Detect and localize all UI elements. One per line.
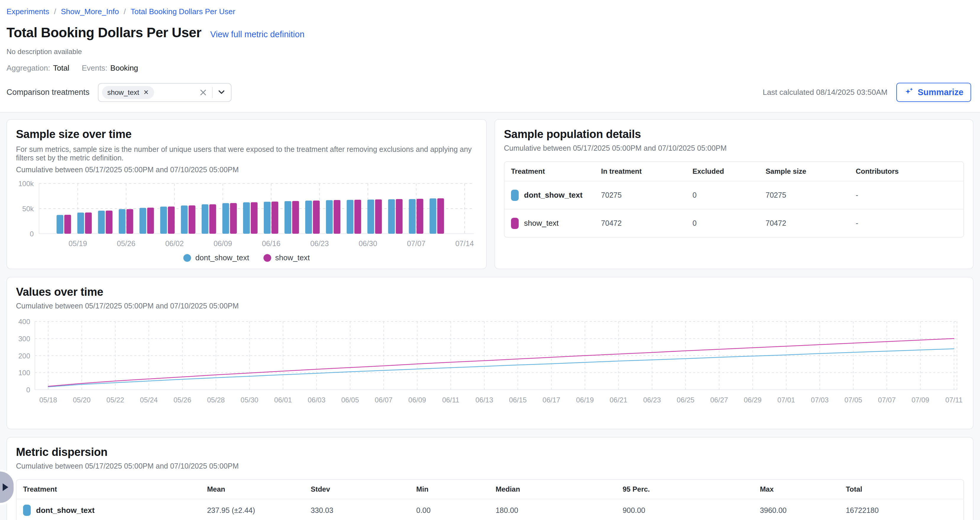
table-header-row: Treatment In treatment Excluded Sample s… [504,162,963,181]
breadcrumb-experiment-name[interactable]: Show_More_Info [61,7,119,16]
table-row: dont_show_text 70275 0 70275 - [504,181,963,209]
sample-size-card: Sample size over time For sum metrics, s… [6,119,487,269]
svg-text:06/17: 06/17 [542,396,560,404]
sample-size-description: For sum metrics, sample size is the numb… [16,145,477,162]
treatment-name: dont_show_text [36,506,95,515]
metric-description: No description available [6,48,971,56]
svg-text:06/11: 06/11 [442,396,459,404]
treatment-color-swatch [511,190,519,201]
select-divider [212,87,213,98]
svg-text:05/28: 05/28 [207,396,225,404]
cell-stdev: 330.03 [311,506,416,515]
svg-text:0: 0 [30,230,34,238]
table-row: dont_show_text 237.95 (±2.44) 330.03 0.0… [17,499,963,520]
cell-contributors: - [856,219,957,227]
svg-text:400: 400 [18,318,30,326]
last-calculated-text: Last calculated 08/14/2025 03:50AM [763,88,888,97]
cell-excluded: 0 [692,219,765,227]
cell-95perc: 900.00 [622,506,760,515]
sample-size-legend: dont_show_text show_text [16,253,477,262]
sparkles-icon [904,86,914,98]
legend-label: show_text [275,253,310,262]
summarize-button[interactable]: Summarize [896,83,971,102]
svg-text:07/11: 07/11 [945,396,963,404]
svg-text:05/20: 05/20 [73,396,91,404]
svg-text:06/19: 06/19 [576,396,594,404]
svg-text:06/30: 06/30 [359,239,377,247]
svg-text:06/02: 06/02 [165,239,184,247]
metric-dispersion-card: Metric dispersion Cumulative between 05/… [6,437,974,520]
comparison-treatments-label: Comparison treatments [6,88,90,97]
svg-text:06/23: 06/23 [310,239,329,247]
treatment-chip-label: show_text [107,88,139,97]
column-header: 95 Perc. [622,485,760,493]
sample-population-table: Treatment In treatment Excluded Sample s… [504,161,964,238]
view-metric-definition-link[interactable]: View full metric definition [210,30,305,39]
cell-sample-size: 70275 [765,191,856,200]
column-header: Sample size [765,167,856,176]
svg-text:05/26: 05/26 [173,396,191,404]
cell-min: 0.00 [416,506,496,515]
svg-text:05/24: 05/24 [140,396,158,404]
svg-text:50k: 50k [22,205,34,213]
svg-text:07/05: 07/05 [845,396,862,404]
sample-population-subtitle: Cumulative between 05/17/2025 05:00PM an… [504,144,964,152]
cell-max: 3960.00 [760,506,846,515]
treatment-color-swatch [23,505,31,516]
column-header: Treatment [23,485,207,493]
sample-population-title: Sample population details [504,128,964,141]
svg-text:05/22: 05/22 [107,396,124,404]
legend-item-dont-show-text[interactable]: dont_show_text [183,253,249,262]
svg-text:07/03: 07/03 [811,396,829,404]
treatment-color-swatch [511,218,519,229]
cell-contributors: - [856,191,957,200]
column-header: Total [846,485,957,493]
svg-text:07/09: 07/09 [912,396,929,404]
breadcrumb-separator: / [124,7,126,16]
treatment-name: dont_show_text [524,190,582,200]
column-header: Stdev [311,485,416,493]
svg-text:07/01: 07/01 [778,396,795,404]
svg-text:07/14: 07/14 [455,239,474,247]
column-header: Max [760,485,846,493]
summarize-button-label: Summarize [918,87,963,97]
svg-text:300: 300 [18,335,30,343]
breadcrumb-metric-name[interactable]: Total Booking Dollars Per User [131,7,235,16]
svg-text:07/07: 07/07 [407,239,426,247]
select-clear-icon[interactable] [199,88,208,97]
treatment-name: show_text [524,219,558,228]
filter-row: Comparison treatments show_text ✕ Last c… [6,83,971,102]
main-content: Sample size over time For sum metrics, s… [0,113,980,520]
treatment-chip[interactable]: show_text ✕ [102,86,154,99]
cell-in-treatment: 70472 [601,219,692,227]
metric-dispersion-table: Treatment Mean Stdev Min Median 95 Perc.… [16,479,964,520]
page-title: Total Booking Dollars Per User [6,25,201,40]
chip-remove-icon[interactable]: ✕ [143,89,149,96]
values-over-time-subtitle: Cumulative between 05/17/2025 05:00PM an… [16,302,964,310]
values-chart: 05/1805/2005/2205/2405/2605/2805/3006/01… [16,315,966,405]
table-row: show_text 70472 0 70472 - [504,209,963,237]
metric-dispersion-subtitle: Cumulative between 05/17/2025 05:00PM an… [16,462,964,470]
column-header: Min [416,485,496,493]
svg-text:06/23: 06/23 [643,396,661,404]
values-over-time-card: Values over time Cumulative between 05/1… [6,277,974,429]
breadcrumb: Experiments / Show_More_Info / Total Boo… [6,7,971,16]
chevron-down-icon[interactable] [217,87,226,98]
svg-text:05/30: 05/30 [241,396,258,404]
breadcrumb-separator: / [54,7,56,16]
cell-mean: 237.95 (±2.44) [207,506,311,515]
column-header: In treatment [601,167,692,176]
svg-text:06/09: 06/09 [408,396,426,404]
svg-text:06/16: 06/16 [262,239,281,247]
svg-text:06/05: 06/05 [341,396,359,404]
legend-dot-blue [183,254,191,262]
svg-text:06/21: 06/21 [609,396,627,404]
aggregation-label: Aggregation: [6,63,50,73]
svg-text:06/27: 06/27 [710,396,728,404]
column-header: Excluded [692,167,765,176]
aggregation-row: Aggregation: Total Events: Booking [6,63,971,73]
svg-text:05/19: 05/19 [68,239,87,247]
comparison-treatments-select[interactable]: show_text ✕ [98,83,232,102]
legend-item-show-text[interactable]: show_text [264,253,310,262]
breadcrumb-experiments[interactable]: Experiments [6,7,49,16]
